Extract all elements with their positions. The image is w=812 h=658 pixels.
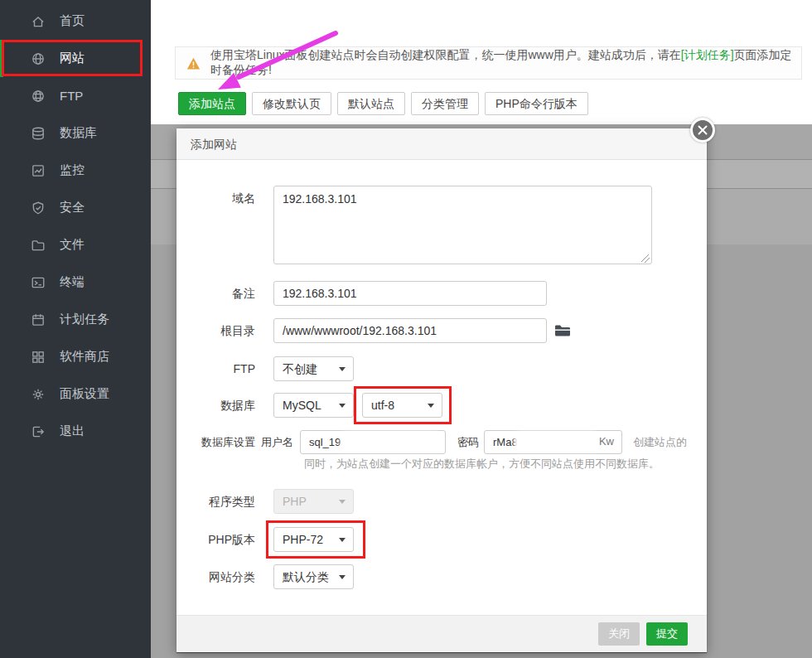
grid-icon bbox=[31, 350, 46, 365]
php-version-label: PHP版本 bbox=[176, 527, 255, 552]
domain-textarea[interactable]: 192.168.3.101 bbox=[273, 186, 652, 264]
add-website-modal: 添加网站 域名 192.168.3.101 备注 根目录 bbox=[176, 128, 707, 652]
note-label: 备注 bbox=[176, 281, 255, 306]
username-label: 用户名 bbox=[261, 430, 293, 454]
category-manage-button[interactable]: 分类管理 bbox=[411, 92, 479, 115]
site-category-select[interactable]: 默认分类 bbox=[273, 564, 354, 589]
sidebar-item-files[interactable]: 文件 bbox=[0, 226, 151, 264]
main-content: 使用宝塔Linux面板创建站点时会自动创建权限配置，统一使用www用户。建站成功… bbox=[151, 0, 812, 658]
modal-footer: 关闭 提交 bbox=[176, 615, 707, 652]
redaction-smudge bbox=[343, 434, 438, 449]
warning-banner: 使用宝塔Linux面板创建站点时会自动创建权限配置，统一使用www用户。建站成功… bbox=[175, 46, 802, 80]
sidebar-item-label: 首页 bbox=[60, 13, 85, 29]
site-category-row: 网站分类 默认分类 bbox=[176, 564, 707, 589]
add-site-button[interactable]: 添加站点 bbox=[178, 92, 246, 115]
php-cli-version-button[interactable]: PHP命令行版本 bbox=[485, 92, 588, 115]
sidebar-item-label: 计划任务 bbox=[60, 312, 109, 327]
program-type-row: 程序类型 PHP bbox=[176, 489, 707, 514]
db-note-line: 同时，为站点创建一个对应的数据库帐户，方便不同站点使用不同数据库。 bbox=[304, 457, 660, 472]
sidebar-item-label: 监控 bbox=[60, 162, 85, 178]
home-icon bbox=[31, 14, 46, 29]
database-engine-select[interactable]: MySQL bbox=[273, 393, 354, 418]
logout-icon bbox=[31, 424, 46, 439]
database-label: 数据库 bbox=[176, 393, 255, 418]
gear-icon bbox=[31, 387, 46, 402]
ftp-globe-icon bbox=[31, 89, 46, 104]
shield-icon bbox=[31, 201, 46, 215]
sidebar-item-label: 面板设置 bbox=[60, 386, 109, 402]
sidebar-item-logout[interactable]: 退出 bbox=[0, 413, 151, 450]
warning-icon bbox=[186, 57, 201, 70]
sidebar-item-monitor[interactable]: 监控 bbox=[0, 152, 151, 189]
password-visible-tail: Kw bbox=[599, 435, 614, 448]
program-type-label: 程序类型 bbox=[176, 489, 255, 514]
php-version-select[interactable]: PHP-72 bbox=[273, 527, 354, 552]
resize-grip-icon[interactable] bbox=[641, 254, 650, 263]
site-category-label: 网站分类 bbox=[176, 564, 255, 589]
root-dir-row: 根目录 bbox=[176, 318, 707, 343]
sidebar-item-label: 网站 bbox=[60, 51, 85, 66]
sidebar-item-label: 软件商店 bbox=[60, 349, 109, 365]
note-input[interactable] bbox=[273, 281, 547, 306]
program-type-select: PHP bbox=[273, 489, 354, 514]
cancel-button[interactable]: 关闭 bbox=[598, 622, 640, 646]
default-site-button[interactable]: 默认站点 bbox=[337, 92, 405, 115]
sidebar-item-label: 文件 bbox=[60, 237, 85, 253]
database-row: 数据库 MySQL utf-8 bbox=[176, 393, 707, 418]
calendar-icon bbox=[31, 312, 46, 327]
warning-text: 使用宝塔Linux面板创建站点时会自动创建权限配置，统一使用www用户。建站成功… bbox=[210, 48, 801, 78]
root-dir-label: 根目录 bbox=[176, 318, 255, 343]
browse-folder-icon[interactable] bbox=[553, 322, 572, 340]
submit-button[interactable]: 提交 bbox=[646, 622, 688, 646]
ftp-row: FTP 不创建 bbox=[176, 356, 707, 381]
root-dir-input[interactable] bbox=[273, 318, 547, 343]
domain-row: 域名 192.168.3.101 bbox=[176, 186, 707, 268]
site-toolbar: 添加站点 修改默认页 默认站点 分类管理 PHP命令行版本 bbox=[178, 92, 588, 115]
monitor-chart-icon bbox=[31, 163, 46, 178]
sidebar-item-cron[interactable]: 计划任务 bbox=[0, 301, 151, 338]
sidebar-item-label: FTP bbox=[60, 89, 83, 103]
sidebar-item-label: 安全 bbox=[60, 200, 85, 215]
sidebar-item-label: 数据库 bbox=[60, 125, 97, 141]
db-settings-label: 数据库设置 bbox=[176, 430, 255, 454]
ftp-select[interactable]: 不创建 bbox=[273, 356, 354, 381]
domain-label: 域名 bbox=[176, 186, 255, 268]
sidebar-item-website[interactable]: 网站 bbox=[0, 40, 151, 77]
globe-icon bbox=[31, 51, 46, 66]
db-note-right: 创建站点的 bbox=[633, 430, 687, 454]
sidebar-item-settings[interactable]: 面板设置 bbox=[0, 375, 151, 413]
cron-link[interactable]: [计划任务] bbox=[681, 48, 734, 61]
sidebar-item-security[interactable]: 安全 bbox=[0, 189, 151, 226]
sidebar-item-label: 退出 bbox=[60, 423, 85, 439]
php-version-row: PHP版本 PHP-72 bbox=[176, 527, 707, 552]
database-icon bbox=[31, 126, 46, 141]
sidebar-item-label: 终端 bbox=[60, 274, 85, 290]
redaction-smudge bbox=[517, 434, 596, 449]
sidebar-item-terminal[interactable]: 终端 bbox=[0, 264, 151, 301]
ftp-label: FTP bbox=[176, 356, 255, 381]
password-label: 密码 bbox=[457, 430, 479, 454]
db-settings-row: 数据库设置 用户名 密码 Kw 创建站点的 bbox=[176, 430, 707, 454]
database-charset-select[interactable]: utf-8 bbox=[362, 393, 442, 418]
sidebar-item-ftp[interactable]: FTP bbox=[0, 77, 151, 114]
close-icon[interactable] bbox=[690, 118, 715, 143]
modify-default-page-button[interactable]: 修改默认页 bbox=[252, 92, 331, 115]
note-row: 备注 bbox=[176, 281, 707, 306]
sidebar-item-appstore[interactable]: 软件商店 bbox=[0, 338, 151, 375]
sidebar: 首页 网站 FTP 数据库 监控 安全 文件 终端 计划任务 软件商店 面板设置 bbox=[0, 0, 151, 658]
folder-icon bbox=[31, 238, 46, 253]
modal-title: 添加网站 bbox=[176, 128, 707, 160]
sidebar-item-database[interactable]: 数据库 bbox=[0, 114, 151, 152]
sidebar-item-home[interactable]: 首页 bbox=[0, 2, 151, 40]
terminal-icon bbox=[31, 275, 46, 290]
